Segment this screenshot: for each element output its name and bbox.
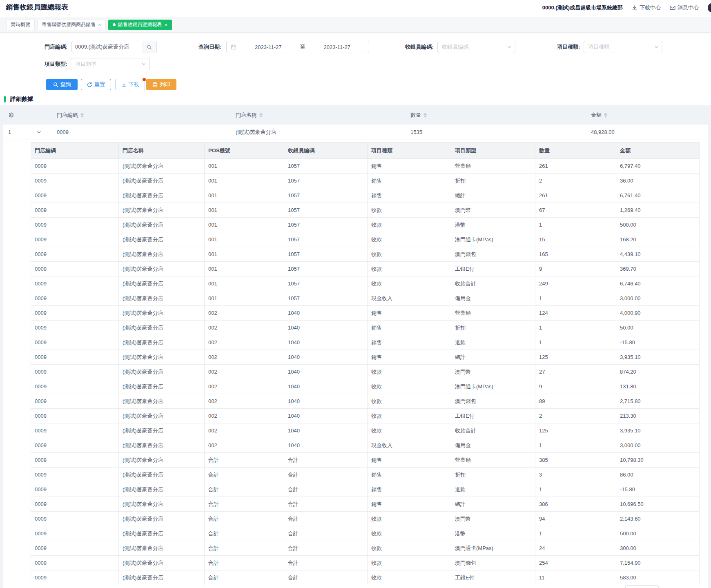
message-center-link[interactable]: 消息中心 bbox=[670, 4, 699, 11]
item-category-select[interactable]: 項目種類 bbox=[584, 41, 662, 53]
table-cell: (測試)茵豪薈分店 bbox=[119, 556, 205, 570]
section-title: 詳細數據 bbox=[10, 96, 33, 103]
store-search-button[interactable] bbox=[142, 41, 156, 53]
table-cell: 0009 bbox=[31, 482, 119, 497]
table-cell: 002 bbox=[205, 394, 284, 409]
table-cell: 1 bbox=[535, 218, 616, 232]
column-header-amount[interactable]: 金額 bbox=[588, 111, 708, 119]
sort-icon[interactable] bbox=[423, 113, 427, 118]
tab-cashier-summary-report[interactable]: 銷售收銀員匯總報表 × bbox=[108, 20, 172, 30]
table-cell: 001 bbox=[205, 247, 284, 262]
table-cell: 銷售 bbox=[368, 468, 451, 482]
store-code-input[interactable] bbox=[71, 41, 157, 53]
table-cell: 銷售 bbox=[368, 306, 451, 321]
date-from-value[interactable]: 2023-11-27 bbox=[236, 44, 300, 50]
table-cell: 249 bbox=[535, 276, 616, 291]
item-category-label: 項目種類: bbox=[557, 41, 580, 53]
table-cell: 3,000.00 bbox=[616, 291, 700, 306]
table-cell: 6,761.40 bbox=[616, 188, 700, 203]
table-row: 0009(測試)茵豪薈分店0021040收款澳門錢包892,715.80 bbox=[31, 394, 700, 409]
table-cell: 收款 bbox=[368, 570, 451, 585]
table-cell: 工銀E付 bbox=[451, 409, 535, 423]
tab-realtime-overview[interactable]: 實時概覽 bbox=[6, 20, 35, 30]
summary-amount: 48,928.00 bbox=[588, 129, 708, 135]
category-placeholder: 項目種類 bbox=[588, 43, 609, 51]
store-code-value[interactable] bbox=[72, 44, 142, 50]
sort-icon[interactable] bbox=[80, 113, 84, 118]
table-row: 0009(測試)茵豪薈分店0011057收款澳門錢包1654,439.10 bbox=[31, 247, 700, 262]
table-cell: (測試)茵豪薈分店 bbox=[119, 394, 205, 409]
search-button-label: 查詢 bbox=[60, 81, 71, 88]
table-cell: 261 bbox=[535, 188, 616, 203]
table-cell: 0009 bbox=[31, 438, 119, 453]
table-row: 0009(測試)茵豪薈分店合計合計收款澳門錢包2547,154.90 bbox=[31, 556, 700, 570]
download-button-label: 下載 bbox=[129, 81, 139, 88]
table-cell: 2 bbox=[535, 409, 616, 423]
table-cell: 收款 bbox=[368, 247, 451, 262]
page-size-select[interactable] bbox=[625, 585, 659, 588]
column-header-store-name[interactable]: 門店名稱 bbox=[233, 111, 408, 119]
tab-consignment-sales[interactable]: 寄售聯營供應商商品銷售 × bbox=[37, 20, 106, 30]
table-cell: 港幣 bbox=[451, 218, 535, 232]
table-cell: 67 bbox=[535, 203, 616, 218]
detail-table: 門店編碼門店名稱POS機號收銀員編碼項目種類項目類型數量金額 0009(測試)茵… bbox=[31, 142, 700, 585]
table-cell: 500.00 bbox=[616, 218, 700, 232]
column-settings-cell[interactable] bbox=[3, 112, 25, 118]
type-placeholder: 項目類型 bbox=[75, 60, 96, 68]
summary-table-header: 門店編碼 門店名稱 數量 金額 bbox=[3, 105, 708, 125]
table-cell: 002 bbox=[205, 335, 284, 350]
table-row: 0009(測試)茵豪薈分店0011057收款工銀E付9369.70 bbox=[31, 262, 700, 276]
table-cell: 收款 bbox=[368, 556, 451, 570]
table-cell: 銷售 bbox=[368, 497, 451, 512]
table-cell: 澳門通卡(MPas) bbox=[451, 541, 535, 556]
table-cell: (測試)茵豪薈分店 bbox=[119, 365, 205, 379]
message-center-label: 消息中心 bbox=[678, 4, 699, 11]
refresh-icon bbox=[87, 82, 92, 87]
column-header-store-code[interactable]: 門店編碼 bbox=[53, 111, 233, 119]
table-cell: 0009 bbox=[31, 188, 119, 203]
table-row: 0009(測試)茵豪薈分店合計合計銷售營業額38510,798.30 bbox=[31, 453, 700, 468]
table-cell: 254 bbox=[535, 556, 616, 570]
reset-button-label: 重置 bbox=[94, 81, 105, 88]
date-to-value[interactable]: 2023-11-27 bbox=[305, 44, 369, 50]
table-cell: 合計 bbox=[284, 541, 368, 556]
query-date-label: 查詢日期: bbox=[198, 41, 221, 53]
cashier-code-select[interactable]: 收銀員編碼 bbox=[437, 41, 515, 53]
download-center-link[interactable]: 下載中心 bbox=[632, 4, 661, 11]
table-cell: 0009 bbox=[31, 379, 119, 394]
download-center-label: 下載中心 bbox=[640, 4, 661, 11]
page-right-margin bbox=[708, 105, 711, 588]
table-cell: 合計 bbox=[284, 468, 368, 482]
sort-icon[interactable] bbox=[604, 113, 607, 118]
company-name: 0000.(測試)成昌超級市場系統總部 bbox=[542, 4, 623, 11]
detail-column-header: POS機號 bbox=[205, 143, 284, 159]
download-button[interactable]: 下載 bbox=[115, 79, 145, 90]
sort-icon[interactable] bbox=[259, 113, 263, 118]
table-cell: 營業額 bbox=[451, 306, 535, 321]
table-cell: 澳門錢包 bbox=[451, 394, 535, 409]
table-row: 0009(測試)茵豪薈分店合計合計銷售折扣386.00 bbox=[31, 468, 700, 482]
table-cell: 收款 bbox=[368, 203, 451, 218]
column-header-qty[interactable]: 數量 bbox=[408, 111, 588, 119]
table-cell: 工銀E付 bbox=[451, 262, 535, 276]
item-type-select[interactable]: 項目類型 bbox=[71, 58, 150, 70]
table-cell: 0009 bbox=[31, 468, 119, 482]
table-cell: 0009 bbox=[31, 262, 119, 276]
table-cell: 213.30 bbox=[616, 409, 700, 423]
close-icon[interactable]: × bbox=[165, 22, 168, 27]
date-range-picker[interactable]: 2023-11-27 至 2023-11-27 bbox=[226, 41, 369, 53]
expand-toggle[interactable] bbox=[25, 129, 53, 135]
table-cell: 合計 bbox=[284, 556, 368, 570]
table-row: 0009(測試)茵豪薈分店合計合計收款澳門通卡(MPas)24300.00 bbox=[31, 541, 700, 556]
print-button[interactable]: 列印 bbox=[146, 79, 176, 90]
table-cell: (測試)茵豪薈分店 bbox=[119, 335, 205, 350]
search-button[interactable]: 查詢 bbox=[46, 79, 78, 90]
close-icon[interactable]: × bbox=[98, 22, 101, 27]
table-cell: 86.00 bbox=[616, 468, 700, 482]
table-cell: 168.20 bbox=[616, 232, 700, 247]
table-cell: 0009 bbox=[31, 350, 119, 365]
reset-button[interactable]: 重置 bbox=[81, 79, 111, 90]
avatar[interactable] bbox=[708, 3, 711, 13]
table-cell: 澳門幣 bbox=[451, 512, 535, 526]
table-cell: 4,000.90 bbox=[616, 306, 700, 321]
